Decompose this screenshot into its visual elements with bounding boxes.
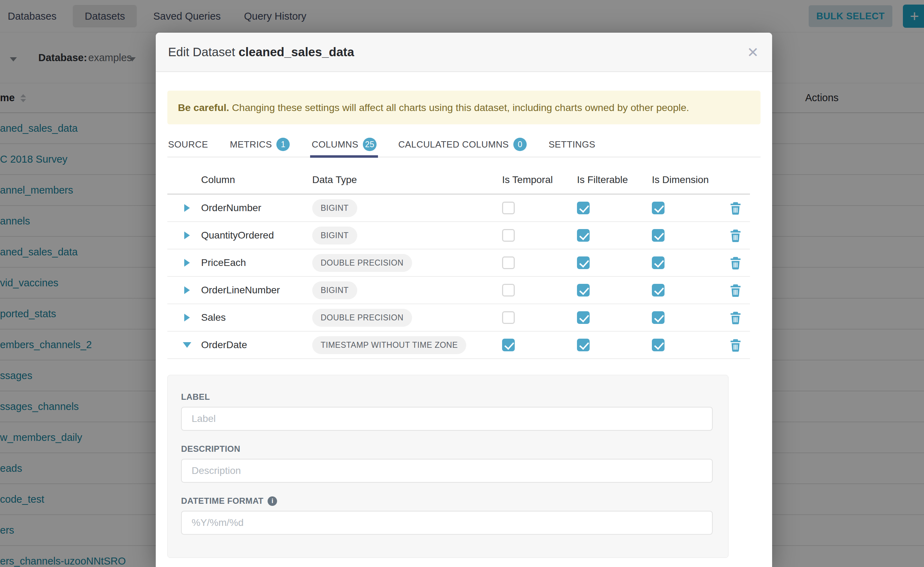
header-is-temporal: Is Temporal [502, 174, 577, 186]
column-detail-panel: LABEL DESCRIPTION DATETIME FORMAT i [167, 375, 728, 558]
expand-caret-icon[interactable] [184, 314, 190, 321]
delete-column-icon[interactable] [730, 311, 742, 324]
expand-caret-icon[interactable] [184, 204, 190, 212]
delete-column-icon[interactable] [730, 229, 742, 242]
modal-title-dataset-name: cleaned_sales_data [238, 45, 354, 58]
tab-count-badge: 1 [276, 138, 290, 151]
columns-table: Column Data Type Is Temporal Is Filterab… [167, 158, 750, 359]
modal-tabs: SOURCE METRICS 1 COLUMNS 25 CALCULATED C… [167, 132, 760, 158]
tab-count-badge: 25 [363, 138, 376, 151]
column-row: PriceEach DOUBLE PRECISION [167, 249, 750, 277]
is-filterable-checkbox[interactable] [577, 256, 590, 269]
data-type-pill: BIGINT [312, 281, 357, 299]
column-name: OrderLineNumber [201, 285, 312, 296]
column-name: QuantityOrdered [201, 230, 312, 241]
close-icon[interactable]: ✕ [747, 33, 759, 72]
field-label-text: DATETIME FORMAT [181, 496, 263, 506]
modal-header: Edit Dataset cleaned_sales_data ✕ [156, 33, 772, 72]
field-label-text: DESCRIPTION [181, 444, 240, 454]
delete-column-icon[interactable] [730, 284, 742, 297]
expand-caret-icon[interactable] [184, 259, 190, 267]
is-filterable-checkbox[interactable] [577, 311, 590, 324]
is-temporal-checkbox[interactable] [502, 339, 515, 351]
data-type-pill: DOUBLE PRECISION [312, 254, 412, 272]
column-name: OrderNumber [201, 202, 312, 214]
data-type-pill: DOUBLE PRECISION [312, 309, 412, 327]
data-type-pill: BIGINT [312, 226, 357, 244]
is-dimension-checkbox[interactable] [652, 284, 665, 297]
tab-columns[interactable]: COLUMNS 25 [312, 132, 376, 157]
tab-label: COLUMNS [312, 139, 358, 150]
data-type-pill: BIGINT [312, 199, 357, 217]
is-temporal-checkbox[interactable] [502, 202, 515, 214]
warning-text: Changing these settings will affect all … [232, 102, 689, 114]
expand-caret-icon[interactable] [183, 342, 191, 348]
description-field-label: DESCRIPTION [181, 444, 712, 454]
is-temporal-checkbox[interactable] [502, 311, 515, 324]
delete-column-icon[interactable] [730, 202, 742, 214]
header-data-type: Data Type [312, 174, 502, 186]
delete-column-icon[interactable] [730, 256, 742, 270]
modal-title-prefix: Edit Dataset [168, 45, 235, 58]
datetime-format-field-label: DATETIME FORMAT i [181, 496, 712, 506]
is-dimension-checkbox[interactable] [652, 311, 665, 324]
label-input[interactable] [181, 407, 713, 431]
is-filterable-checkbox[interactable] [577, 202, 590, 214]
description-field-group: DESCRIPTION [181, 444, 712, 483]
column-row: OrderNumber BIGINT [167, 195, 750, 222]
info-icon[interactable]: i [268, 496, 277, 506]
expand-caret-icon[interactable] [184, 231, 190, 239]
columns-table-header: Column Data Type Is Temporal Is Filterab… [167, 158, 750, 195]
expand-caret-icon[interactable] [184, 286, 190, 294]
datetime-format-input[interactable] [181, 511, 713, 535]
modal-body: Be careful. Changing these settings will… [156, 91, 772, 558]
column-row: OrderDate TIMESTAMP WITHOUT TIME ZONE [167, 332, 750, 359]
tab-label: SETTINGS [548, 139, 595, 150]
description-input[interactable] [181, 459, 713, 483]
column-row: QuantityOrdered BIGINT [167, 222, 750, 249]
is-temporal-checkbox[interactable] [502, 229, 515, 242]
is-temporal-checkbox[interactable] [502, 284, 515, 297]
tab-calculated-columns[interactable]: CALCULATED COLUMNS 0 [398, 132, 527, 157]
data-type-pill: TIMESTAMP WITHOUT TIME ZONE [312, 336, 466, 354]
label-field-label: LABEL [181, 392, 712, 402]
column-name: Sales [201, 312, 312, 323]
header-column: Column [201, 174, 312, 186]
header-is-filterable: Is Filterable [577, 174, 652, 186]
tab-source[interactable]: SOURCE [168, 132, 208, 157]
column-row: Sales DOUBLE PRECISION [167, 304, 750, 332]
delete-column-icon[interactable] [730, 339, 742, 352]
column-row: OrderLineNumber BIGINT [167, 277, 750, 304]
column-name: PriceEach [201, 257, 312, 268]
is-filterable-checkbox[interactable] [577, 229, 590, 242]
modal-title: Edit Dataset cleaned_sales_data [168, 45, 354, 59]
warning-banner: Be careful. Changing these settings will… [167, 91, 760, 124]
edit-dataset-modal: Edit Dataset cleaned_sales_data ✕ Be car… [156, 33, 772, 567]
tab-label: CALCULATED COLUMNS [398, 139, 509, 150]
is-dimension-checkbox[interactable] [652, 202, 665, 214]
warning-bold-text: Be careful. [178, 102, 229, 114]
column-name: OrderDate [201, 339, 312, 351]
is-dimension-checkbox[interactable] [652, 256, 665, 269]
is-dimension-checkbox[interactable] [652, 339, 665, 351]
tab-settings[interactable]: SETTINGS [548, 132, 595, 157]
tab-count-badge: 0 [513, 138, 527, 151]
label-field-group: LABEL [181, 392, 712, 431]
tab-label: SOURCE [168, 139, 208, 150]
tab-label: METRICS [230, 139, 272, 150]
datetime-format-field-group: DATETIME FORMAT i [181, 496, 712, 535]
is-temporal-checkbox[interactable] [502, 256, 515, 269]
is-filterable-checkbox[interactable] [577, 284, 590, 297]
header-is-dimension: Is Dimension [652, 174, 725, 186]
is-filterable-checkbox[interactable] [577, 339, 590, 351]
is-dimension-checkbox[interactable] [652, 229, 665, 242]
tab-metrics[interactable]: METRICS 1 [230, 132, 290, 157]
field-label-text: LABEL [181, 392, 210, 402]
